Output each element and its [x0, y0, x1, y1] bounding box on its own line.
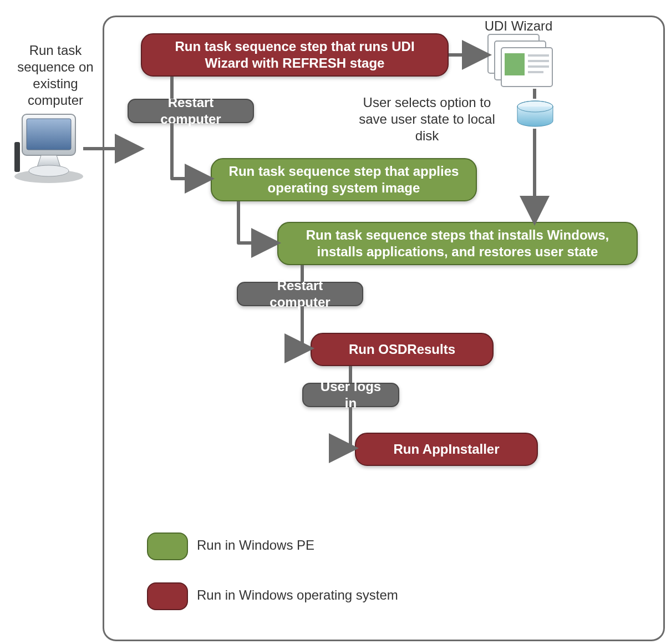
legend-swatch-red	[147, 582, 188, 610]
step-apply-os-image: Run task sequence step that applies oper…	[211, 158, 477, 201]
step-run-osdresults: Run OSDResults	[311, 333, 494, 366]
legend-label-os: Run in Windows operating system	[197, 587, 398, 604]
step-run-appinstaller: Run AppInstaller	[355, 433, 538, 466]
svg-rect-1	[22, 114, 75, 155]
legend-swatch-green	[147, 533, 188, 560]
udi-wizard-title: UDI Wizard	[477, 18, 560, 34]
diagram-canvas: Run task sequence on existing computer U…	[0, 0, 671, 644]
legend-label-pe: Run in Windows PE	[197, 537, 314, 554]
step-restart-2: Restart computer	[237, 282, 363, 306]
step-restart-1: Restart computer	[128, 99, 254, 123]
svg-point-3	[29, 165, 69, 176]
svg-rect-4	[14, 142, 20, 172]
step-run-udi-wizard: Run task sequence step that runs UDI Wiz…	[141, 33, 449, 77]
step-user-logs-in: User logs in	[302, 383, 399, 407]
svg-point-0	[14, 170, 83, 183]
svg-rect-2	[27, 119, 71, 150]
step-install-windows-apps-restore: Run task sequence steps that installs Wi…	[277, 222, 638, 265]
external-label: Run task sequence on existing computer	[6, 42, 105, 109]
user-selects-label: User selects option to save user state t…	[349, 94, 505, 144]
